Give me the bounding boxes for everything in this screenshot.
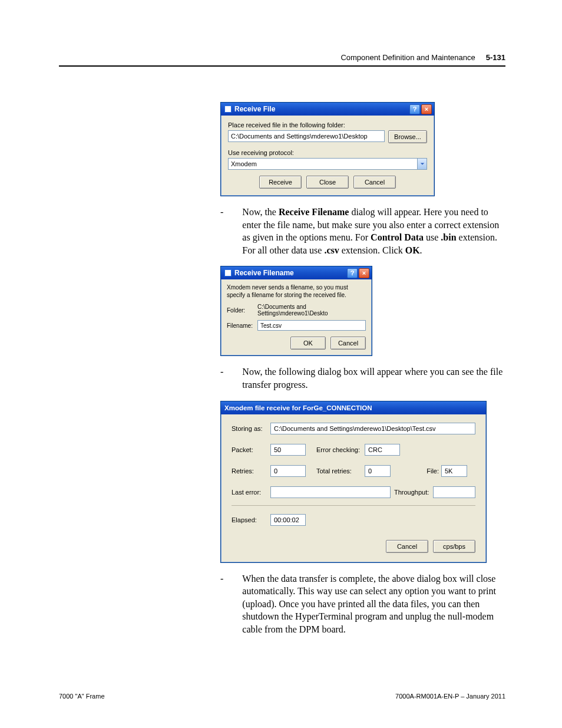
errchk-value: CRC bbox=[365, 444, 400, 456]
info-text: Xmodem never sends a filename, so you mu… bbox=[227, 284, 366, 299]
folder-value: C:\Documents and Settings\mderewo1\Deskt… bbox=[257, 304, 366, 317]
browse-button[interactable]: Browse... bbox=[388, 130, 427, 143]
folder-label: Place received file in the following fol… bbox=[228, 121, 427, 129]
file-label: File: bbox=[422, 467, 439, 475]
footer-right: 7000A-RM001A-EN-P – January 2011 bbox=[395, 693, 505, 700]
totretries-value: 0 bbox=[365, 465, 391, 477]
receive-filename-dialog: Receive Filename ? × Xmodem never sends … bbox=[220, 266, 372, 356]
filename-label: Filename: bbox=[227, 322, 253, 329]
folder-label: Folder: bbox=[227, 307, 253, 314]
elapsed-value: 00:00:02 bbox=[270, 514, 306, 526]
titlebar[interactable]: Xmodem file receive for ForGe_CONNECTION bbox=[221, 401, 486, 414]
text-bold: .csv bbox=[324, 245, 339, 255]
retries-label: Retries: bbox=[232, 467, 270, 475]
help-button[interactable]: ? bbox=[347, 268, 358, 278]
packet-value: 50 bbox=[270, 444, 306, 456]
page-number: 5-131 bbox=[486, 53, 505, 62]
throughput-value bbox=[433, 486, 475, 498]
page-footer: 7000 "A" Frame 7000A-RM001A-EN-P – Janua… bbox=[59, 693, 505, 700]
folder-input[interactable] bbox=[228, 130, 385, 142]
totretries-label: Total retries: bbox=[316, 467, 365, 475]
help-button[interactable]: ? bbox=[409, 104, 420, 114]
app-icon bbox=[224, 106, 232, 113]
text: When the data transfer is complete, the … bbox=[242, 572, 505, 636]
bullet-dash: - bbox=[220, 206, 223, 256]
cancel-button[interactable]: Cancel bbox=[330, 337, 366, 350]
file-value: 5K bbox=[441, 465, 467, 477]
storing-label: Storing as: bbox=[232, 425, 270, 432]
throughput-label: Throughput: bbox=[394, 489, 433, 496]
receive-file-dialog: Receive File ? × Place received file in … bbox=[220, 102, 435, 196]
paragraph-3: - When the data transfer is complete, th… bbox=[220, 572, 505, 636]
page-header: Component Definition and Maintenance 5-1… bbox=[59, 53, 505, 62]
text: use bbox=[424, 232, 441, 242]
close-dialog-button[interactable]: Close bbox=[306, 176, 349, 189]
storing-value: C:\Documents and Settings\mderewo1\Deskt… bbox=[270, 423, 475, 434]
cancel-button[interactable]: Cancel bbox=[353, 176, 396, 189]
errchk-label: Error checking: bbox=[316, 446, 365, 453]
bullet-dash: - bbox=[220, 365, 223, 391]
cancel-button[interactable]: Cancel bbox=[386, 540, 428, 553]
paragraph-2: - Now, the following dialog box will app… bbox=[220, 365, 505, 391]
protocol-label: Use receiving protocol: bbox=[228, 149, 427, 156]
retries-value: 0 bbox=[270, 465, 306, 477]
footer-left: 7000 "A" Frame bbox=[59, 693, 105, 700]
close-icon: × bbox=[425, 106, 428, 113]
help-icon: ? bbox=[351, 270, 355, 276]
lasterr-label: Last error: bbox=[232, 489, 270, 496]
bullet-dash: - bbox=[220, 572, 223, 636]
cpsbps-button[interactable]: cps/bps bbox=[433, 540, 475, 553]
protocol-select[interactable] bbox=[228, 158, 427, 170]
text: Now, the bbox=[242, 207, 279, 217]
chevron-down-icon[interactable] bbox=[417, 159, 427, 169]
dialog-title: Receive Filename bbox=[234, 269, 294, 277]
text: extension. Click bbox=[339, 245, 405, 255]
text-bold: OK bbox=[405, 245, 420, 255]
app-icon bbox=[224, 269, 232, 276]
titlebar[interactable]: Receive Filename ? × bbox=[221, 266, 372, 279]
text: . bbox=[420, 245, 422, 255]
filename-input[interactable] bbox=[257, 320, 366, 331]
close-icon: × bbox=[362, 270, 366, 276]
text-bold: Control Data bbox=[371, 232, 424, 242]
text: Now, the following dialog box will appea… bbox=[242, 365, 505, 391]
close-button[interactable]: × bbox=[421, 104, 432, 114]
text-bold: Receive Filename bbox=[279, 207, 349, 217]
text-bold: .bin bbox=[441, 232, 456, 242]
dialog-title: Receive File bbox=[234, 105, 275, 113]
xmodem-progress-dialog: Xmodem file receive for ForGe_CONNECTION… bbox=[220, 401, 487, 563]
titlebar[interactable]: Receive File ? × bbox=[221, 103, 434, 116]
help-icon: ? bbox=[413, 106, 417, 113]
packet-label: Packet: bbox=[232, 446, 270, 453]
lasterr-value bbox=[270, 486, 391, 498]
section-title: Component Definition and Maintenance bbox=[340, 53, 475, 62]
elapsed-label: Elapsed: bbox=[232, 516, 270, 523]
divider bbox=[232, 505, 475, 506]
dialog-title: Xmodem file receive for ForGe_CONNECTION bbox=[224, 404, 372, 411]
paragraph-1: - Now, the Receive Filename dialog will … bbox=[220, 206, 505, 256]
close-button[interactable]: × bbox=[359, 268, 369, 278]
receive-button[interactable]: Receive bbox=[259, 176, 302, 189]
header-rule bbox=[59, 65, 505, 67]
ok-button[interactable]: OK bbox=[290, 337, 326, 350]
